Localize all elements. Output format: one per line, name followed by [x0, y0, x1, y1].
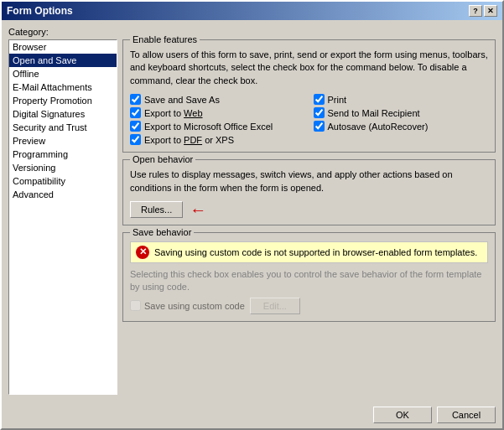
cancel-button[interactable]: Cancel	[437, 407, 496, 423]
sidebar-item-versioning[interactable]: Versioning	[9, 161, 117, 174]
checkbox-autosave[interactable]: Autosave (AutoRecover)	[314, 121, 489, 132]
enable-features-title: Enable features	[130, 34, 200, 44]
content-panel: Enable features To allow users of this f…	[122, 39, 496, 395]
error-message: Saving using custom code is not supporte…	[154, 247, 477, 257]
open-behavior-title: Open behavior	[130, 154, 195, 164]
checkbox-export-to-web[interactable]: Export to Web	[130, 107, 305, 118]
sidebar-item-advanced[interactable]: Advanced	[9, 188, 117, 201]
form-options-dialog: Form Options ? ✕ Category: Browser Open …	[0, 0, 504, 430]
rules-button[interactable]: Rules...	[130, 201, 183, 218]
checkbox-save-and-save-as-label: Save and Save As	[144, 95, 220, 105]
checkbox-save-custom-code[interactable]: Save using custom code	[130, 300, 245, 311]
checkbox-save-and-save-as[interactable]: Save and Save As	[130, 94, 305, 105]
checkbox-autosave-label: Autosave (AutoRecover)	[328, 122, 429, 132]
footer-buttons: OK Cancel	[2, 402, 502, 428]
sidebar-item-programming[interactable]: Programming	[9, 148, 117, 161]
checkbox-export-excel-input[interactable]	[130, 121, 141, 132]
title-bar: Form Options ? ✕	[2, 2, 502, 20]
checkbox-save-custom-code-label: Save using custom code	[144, 301, 245, 311]
enable-features-group: Enable features To allow users of this f…	[122, 39, 496, 153]
main-row: Browser Open and Save Offline E-Mail Att…	[8, 39, 496, 395]
checkbox-export-pdf[interactable]: Export to PDF or XPS	[130, 134, 305, 145]
checkbox-export-excel[interactable]: Export to Microsoft Office Excel	[130, 121, 305, 132]
checkbox-export-pdf-input[interactable]	[130, 134, 141, 145]
checkbox-print-input[interactable]	[314, 94, 325, 105]
checkbox-print-label: Print	[328, 95, 347, 105]
error-icon: ✕	[136, 246, 149, 259]
checkbox-export-pdf-label: Export to PDF or XPS	[144, 135, 234, 145]
checkbox-export-to-web-label: Export to Web	[144, 108, 203, 118]
sidebar-item-security-and-trust[interactable]: Security and Trust	[9, 121, 117, 134]
checkbox-send-to-mail-input[interactable]	[314, 107, 325, 118]
checkbox-send-to-mail[interactable]: Send to Mail Recipient	[314, 107, 489, 118]
save-custom-row: Save using custom code Edit...	[130, 298, 488, 314]
enable-features-content: To allow users of this form to save, pri…	[130, 49, 488, 145]
enable-features-description: To allow users of this form to save, pri…	[130, 49, 488, 87]
sidebar-item-offline[interactable]: Offline	[9, 67, 117, 80]
help-button[interactable]: ?	[469, 5, 482, 17]
sidebar-item-digital-signatures[interactable]: Digital Signatures	[9, 107, 117, 121]
open-behavior-description: Use rules to display messages, switch vi…	[130, 168, 488, 194]
sidebar-item-browser[interactable]: Browser	[9, 40, 117, 54]
sidebar-item-property-promotion[interactable]: Property Promotion	[9, 94, 117, 107]
rules-row: Rules... ←	[130, 201, 488, 218]
checkbox-export-to-web-input[interactable]	[130, 107, 141, 118]
save-behavior-title: Save behavior	[130, 227, 194, 237]
category-label: Category:	[8, 27, 496, 37]
save-behavior-content: ✕ Saving using custom code is not suppor…	[130, 241, 488, 314]
window-title: Form Options	[7, 5, 73, 17]
arrow-icon: ←	[190, 201, 206, 218]
open-behavior-content: Use rules to display messages, switch vi…	[130, 168, 488, 218]
save-behavior-group: Save behavior ✕ Saving using custom code…	[122, 232, 496, 322]
checkbox-save-custom-code-input[interactable]	[130, 300, 141, 311]
features-checkboxes: Save and Save As Print Export to Web	[130, 94, 488, 145]
grayed-description: Selecting this check box enables you to …	[130, 268, 488, 294]
edit-button[interactable]: Edit...	[250, 298, 300, 314]
sidebar-item-preview[interactable]: Preview	[9, 134, 117, 148]
checkbox-save-and-save-as-input[interactable]	[130, 94, 141, 105]
open-behavior-group: Open behavior Use rules to display messa…	[122, 159, 496, 225]
sidebar-item-open-and-save[interactable]: Open and Save	[9, 54, 117, 67]
sidebar-item-compatibility[interactable]: Compatibility	[9, 174, 117, 188]
checkbox-autosave-input[interactable]	[314, 121, 325, 132]
error-box: ✕ Saving using custom code is not suppor…	[130, 241, 488, 263]
checkbox-send-to-mail-label: Send to Mail Recipient	[328, 108, 420, 118]
dialog-body: Category: Browser Open and Save Offline …	[2, 20, 502, 402]
title-bar-buttons: ? ✕	[469, 5, 497, 17]
category-list: Browser Open and Save Offline E-Mail Att…	[8, 39, 117, 395]
checkbox-export-excel-label: Export to Microsoft Office Excel	[144, 122, 273, 132]
checkbox-print[interactable]: Print	[314, 94, 489, 105]
sidebar-item-email-attachments[interactable]: E-Mail Attachments	[9, 80, 117, 94]
close-button[interactable]: ✕	[484, 5, 497, 17]
ok-button[interactable]: OK	[373, 407, 432, 423]
